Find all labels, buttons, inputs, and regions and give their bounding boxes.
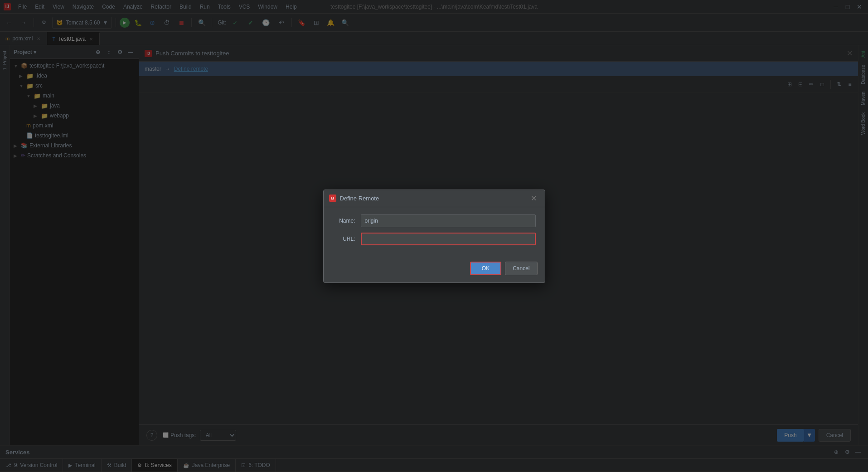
modal-overlay: IJ Define Remote ✕ Name: URL: OK Cancel	[0, 0, 868, 472]
name-label: Name:	[333, 218, 355, 224]
modal-title: Define Remote	[340, 195, 379, 202]
define-remote-dialog: IJ Define Remote ✕ Name: URL: OK Cancel	[323, 190, 545, 283]
modal-logo: IJ	[329, 195, 336, 202]
modal-header: IJ Define Remote ✕	[324, 190, 545, 207]
ok-button[interactable]: OK	[470, 262, 501, 275]
modal-close-button[interactable]: ✕	[529, 193, 539, 204]
name-form-row: Name:	[333, 214, 536, 227]
cancel-modal-button[interactable]: Cancel	[505, 262, 537, 275]
url-input[interactable]	[361, 233, 536, 245]
url-form-row: URL:	[333, 233, 536, 245]
modal-body: Name: URL:	[324, 207, 545, 258]
name-input[interactable]	[361, 214, 536, 227]
url-label: URL:	[333, 236, 355, 242]
modal-footer: OK Cancel	[324, 258, 545, 282]
